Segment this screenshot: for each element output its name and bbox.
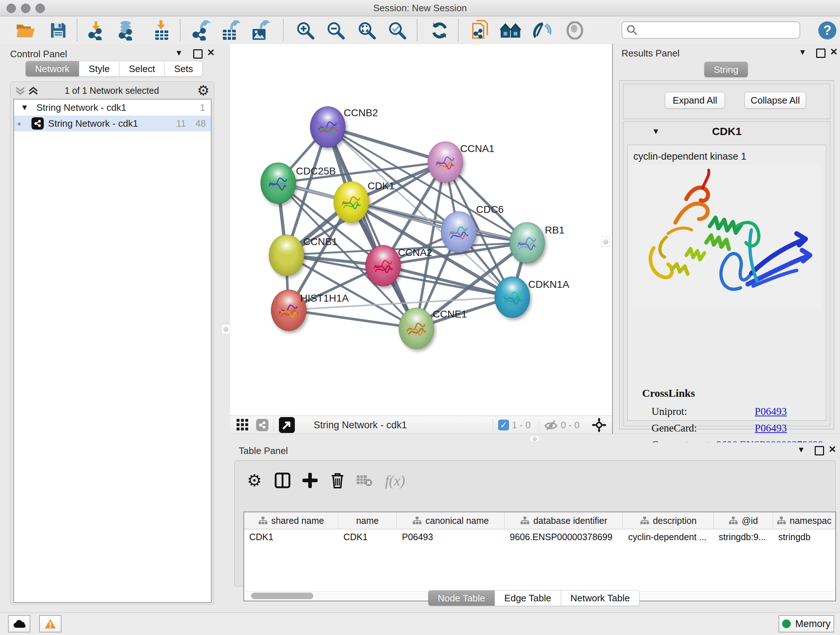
- collapse-panel-icon[interactable]: ▾: [799, 444, 804, 455]
- network-node-rb1[interactable]: [509, 222, 545, 264]
- table-options-gear-icon[interactable]: ⚙: [243, 469, 266, 492]
- results-panel-title: Results Panel: [622, 48, 679, 59]
- import-network-from-file-button[interactable]: [86, 20, 107, 41]
- close-panel-icon[interactable]: ✕: [207, 47, 215, 58]
- warning-button[interactable]: [39, 615, 62, 632]
- hide-graphics-details-button[interactable]: [531, 20, 553, 41]
- collection-expand-arrow-icon[interactable]: ▼: [21, 103, 28, 112]
- expand-all-button[interactable]: Expand All: [665, 92, 725, 109]
- column-header-namespac[interactable]: namespac: [773, 512, 835, 529]
- export-network-button[interactable]: [191, 20, 212, 41]
- zoom-out-button[interactable]: [325, 20, 346, 41]
- delete-table-icon[interactable]: [353, 469, 376, 492]
- tab-network[interactable]: Network: [25, 61, 79, 77]
- float-panel-icon[interactable]: [815, 446, 824, 455]
- network-node-cdkn1a[interactable]: [494, 277, 530, 318]
- show-columns-icon[interactable]: [271, 469, 294, 492]
- float-panel-icon[interactable]: [816, 49, 826, 58]
- highlight-view-button[interactable]: [564, 20, 585, 41]
- table-cell[interactable]: stringdb: [773, 529, 835, 545]
- import-table-from-file-button[interactable]: [150, 20, 172, 41]
- left-splitter[interactable]: [221, 44, 230, 613]
- tab-edge-table[interactable]: Edge Table: [495, 590, 561, 606]
- crosslink-link[interactable]: P06493: [755, 405, 787, 417]
- toolbar-separator: [273, 418, 274, 432]
- grid-view-icon[interactable]: [237, 419, 249, 431]
- function-builder-icon[interactable]: f(x): [379, 469, 411, 492]
- crosslink-link[interactable]: P06493: [755, 422, 787, 434]
- column-header-name[interactable]: name: [338, 512, 397, 529]
- search-input[interactable]: [622, 21, 800, 39]
- scrollbar-thumb[interactable]: [251, 593, 313, 599]
- add-column-icon[interactable]: [298, 469, 322, 492]
- collapse-panel-icon[interactable]: ▾: [177, 47, 181, 58]
- save-session-button[interactable]: [48, 20, 69, 41]
- close-panel-icon[interactable]: ✕: [829, 444, 836, 455]
- help-button[interactable]: ?: [818, 21, 836, 40]
- network-canvas[interactable]: CCNB2 CCNA1 CDC25B CDK1 CDC6 RB1 CCNB1 C…: [230, 44, 613, 416]
- crosslink-label: Uniprot:: [652, 405, 687, 417]
- memory-button[interactable]: Memory: [778, 615, 834, 632]
- column-header-canonical-name[interactable]: canonical name: [397, 512, 505, 529]
- zoom-selected-button[interactable]: [387, 20, 408, 41]
- collection-count: 1: [200, 102, 205, 113]
- bottom-splitter-handle[interactable]: [530, 435, 540, 442]
- column-header-shared-name[interactable]: shared name: [244, 512, 338, 529]
- crosshair-icon[interactable]: [592, 418, 606, 432]
- refresh-view-button[interactable]: [429, 20, 450, 41]
- string-style-icon[interactable]: [256, 419, 268, 431]
- collapse-all-button[interactable]: Collapse All: [745, 92, 806, 109]
- selected-checkbox-icon[interactable]: ✓: [498, 420, 509, 431]
- right-splitter-handle[interactable]: [601, 237, 610, 247]
- network-collection-row[interactable]: ▼ String Network - cdk1 1: [14, 100, 211, 116]
- table-cell[interactable]: cyclin-dependent ...: [623, 529, 714, 545]
- table-cell[interactable]: stringdb:9...: [714, 529, 774, 545]
- network-node-cdc25b[interactable]: [261, 163, 296, 204]
- tab-sets[interactable]: Sets: [164, 61, 202, 77]
- share-session-file-button[interactable]: [470, 20, 491, 41]
- network-row-selected[interactable]: ● String Network - cdk1 11 48: [14, 116, 211, 131]
- column-header-database-identifier[interactable]: database identifier: [505, 512, 623, 529]
- table-row[interactable]: CDK1CDK1P064939606.ENSP00000378699cyclin…: [244, 529, 835, 545]
- network-node-ccna2[interactable]: [365, 245, 401, 287]
- export-image-button[interactable]: [249, 20, 271, 41]
- hidden-eye-icon[interactable]: [544, 420, 558, 431]
- table-cell[interactable]: P06493: [397, 529, 505, 545]
- tab-node-table[interactable]: Node Table: [428, 590, 495, 606]
- tab-string[interactable]: String: [704, 62, 748, 78]
- cloud-button[interactable]: [8, 615, 30, 632]
- birdseye-view-icon[interactable]: [279, 417, 295, 433]
- network-node-ccnb2[interactable]: [310, 106, 346, 148]
- selected-node-edge-count: 1 - 0: [512, 420, 531, 431]
- close-panel-icon[interactable]: ✕: [830, 46, 838, 57]
- network-selection-status: 1 of 1 Network selected: [47, 86, 177, 96]
- toolbar-separator: [77, 19, 77, 41]
- tab-network-table[interactable]: Network Table: [561, 590, 639, 606]
- network-node-ccne1[interactable]: [399, 308, 434, 349]
- column-header-description[interactable]: description: [623, 512, 714, 529]
- left-splitter-handle[interactable]: [221, 324, 230, 334]
- delete-column-icon[interactable]: [326, 469, 349, 492]
- network-options-gear-icon[interactable]: ⚙: [197, 82, 210, 98]
- collapse-all-tree-icon[interactable]: [28, 86, 39, 96]
- float-panel-icon[interactable]: [193, 49, 202, 59]
- tab-select[interactable]: Select: [119, 61, 164, 77]
- column-header-label: namespac: [790, 516, 831, 526]
- table-cell[interactable]: CDK1: [338, 529, 397, 545]
- expand-all-tree-icon[interactable]: [15, 86, 26, 96]
- import-network-from-database-button[interactable]: [116, 20, 137, 41]
- network-node-ccnb1[interactable]: [269, 234, 304, 276]
- zoom-in-button[interactable]: [295, 20, 316, 41]
- export-table-button[interactable]: [220, 20, 241, 41]
- network-node-cdc6[interactable]: [441, 211, 477, 253]
- column-header--id[interactable]: @id: [714, 512, 774, 529]
- table-cell[interactable]: CDK1: [244, 529, 338, 545]
- collapse-panel-icon[interactable]: ▾: [800, 46, 805, 57]
- tab-style[interactable]: Style: [79, 61, 119, 77]
- home-networks-button[interactable]: [500, 20, 521, 41]
- network-node-cdk1[interactable]: [333, 181, 369, 223]
- table-cell[interactable]: 9606.ENSP00000378699: [505, 529, 623, 545]
- fit-content-button[interactable]: [356, 20, 377, 41]
- network-node-ccna1[interactable]: [428, 141, 463, 183]
- open-session-button[interactable]: [15, 20, 36, 41]
